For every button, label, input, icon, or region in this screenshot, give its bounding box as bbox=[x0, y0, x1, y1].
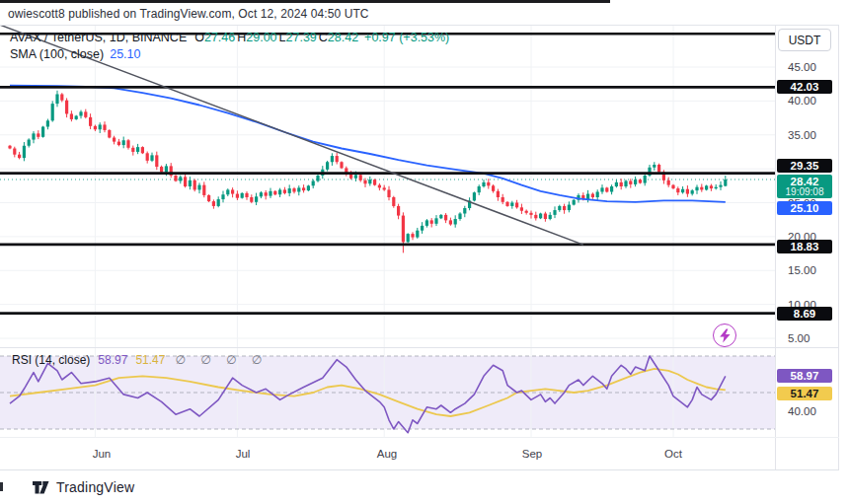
lightning-icon bbox=[719, 328, 732, 343]
rsi-legend-row[interactable]: RSI (14, close) 58.97 51.47 ∅ ∅ ∅ ∅ bbox=[12, 353, 268, 367]
rsi-value: 58.97 bbox=[98, 353, 127, 367]
currency-button[interactable]: USDT bbox=[778, 29, 831, 51]
sma-legend-row[interactable]: SMA (100, close) 25.10 bbox=[10, 47, 449, 61]
candlestick-series[interactable] bbox=[8, 91, 727, 253]
sma-price-badge: 25.10 bbox=[777, 201, 832, 215]
cropped-edge-mark bbox=[0, 482, 3, 491]
symbol-legend-row[interactable]: AVAX / TetherUS, 1D, BINANCE O27.46H29.0… bbox=[10, 31, 449, 44]
last-price-badge: 28.4219:09:08 bbox=[777, 175, 832, 198]
rsi-empty-values: ∅ ∅ ∅ ∅ bbox=[175, 353, 268, 367]
price-tick-label: 45.00 bbox=[788, 61, 816, 73]
ohlc-values: O27.46H29.00L27.39C28.42 bbox=[193, 31, 358, 44]
ohlc-pair: H29.00 bbox=[237, 31, 276, 44]
month-label: Sep bbox=[522, 448, 542, 460]
tradingview-mark-icon bbox=[33, 481, 49, 494]
price-grid bbox=[0, 25, 775, 347]
price-tick-label: 35.00 bbox=[788, 129, 816, 141]
rsi-ma-value: 51.47 bbox=[135, 353, 165, 367]
cropped-top-bar bbox=[0, 0, 610, 3]
tradingview-wordmark: TradingView bbox=[56, 479, 134, 495]
price-tick-label: 15.00 bbox=[788, 264, 816, 276]
widget-top-border bbox=[0, 25, 839, 26]
ohlc-pair: L27.39 bbox=[279, 31, 317, 44]
publish-note: owiescott8 published on TradingView.com,… bbox=[8, 7, 369, 21]
level-price-badge: 42.03 bbox=[777, 80, 832, 94]
rsi-tick-label: 40.00 bbox=[788, 405, 816, 417]
month-label: Jun bbox=[93, 448, 112, 460]
sma-line[interactable] bbox=[10, 86, 726, 202]
price-tick-label: 5.00 bbox=[788, 332, 810, 344]
month-label: Jul bbox=[236, 448, 251, 460]
pane-separator bbox=[0, 347, 839, 348]
ohlc-pair: C28.42 bbox=[319, 31, 358, 44]
rsi-label: RSI (14, close) bbox=[12, 353, 90, 367]
rsi-price-badge: 58.97 bbox=[777, 369, 832, 383]
chart-widget: AVAX / TetherUS, 1D, BINANCE O27.46H29.0… bbox=[0, 25, 839, 470]
tradingview-logo[interactable]: TradingView bbox=[33, 479, 134, 495]
change-value: +0.97 (+3.53%) bbox=[364, 31, 449, 44]
price-axis[interactable]: USDT 45.0040.0035.0030.0025.0020.0015.00… bbox=[776, 25, 839, 470]
level-price-badge: 29.35 bbox=[777, 159, 832, 173]
countdown-timer: 19:09:08 bbox=[777, 186, 832, 197]
sma-value: 25.10 bbox=[110, 47, 140, 61]
level-price-badge: 18.83 bbox=[777, 240, 832, 253]
horizontal-level-lines[interactable] bbox=[0, 34, 775, 313]
price-pane[interactable] bbox=[0, 25, 775, 347]
month-label: Oct bbox=[664, 448, 682, 460]
tradingview-chart-snapshot: owiescott8 published on TradingView.com,… bbox=[0, 0, 849, 504]
time-axis[interactable]: JunJulAugSepOct bbox=[0, 437, 775, 470]
rsi_ma-price-badge: 51.47 bbox=[777, 387, 832, 400]
level-price-badge: 8.69 bbox=[777, 307, 832, 321]
ohlc-pair: O27.46 bbox=[194, 31, 235, 44]
boost-button[interactable] bbox=[713, 324, 736, 347]
price-tick-label: 40.00 bbox=[788, 95, 816, 107]
sma-label: SMA (100, close) bbox=[10, 47, 104, 61]
chart-legend[interactable]: AVAX / TetherUS, 1D, BINANCE O27.46H29.0… bbox=[10, 31, 449, 64]
symbol-title: AVAX / TetherUS, 1D, BINANCE bbox=[10, 31, 187, 44]
month-label: Aug bbox=[377, 448, 397, 460]
